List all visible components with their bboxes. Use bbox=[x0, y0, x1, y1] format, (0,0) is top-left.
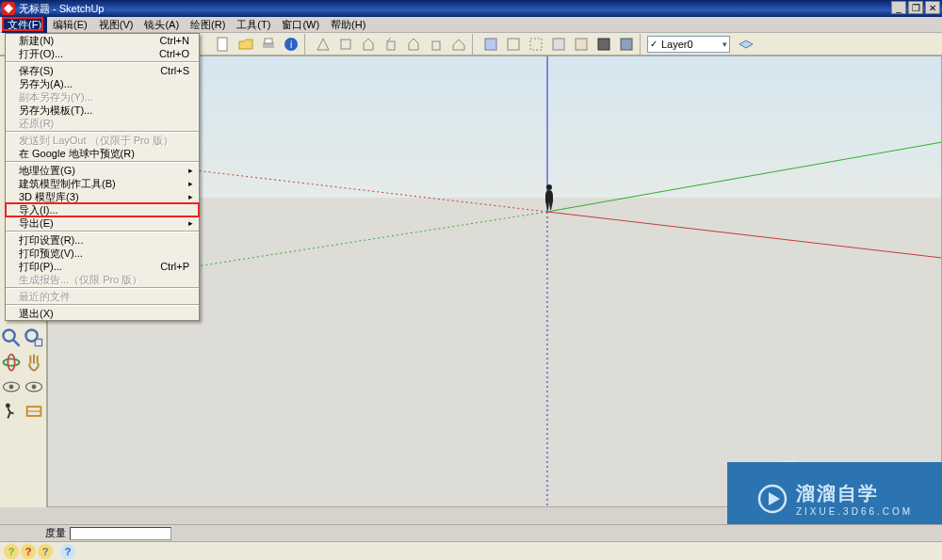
title-bar: 无标题 - SketchUp _ ❐ ✕ bbox=[0, 0, 942, 17]
file-export[interactable]: 导出(E)▸ bbox=[6, 216, 199, 230]
layer-current-label: Layer0 bbox=[661, 39, 693, 50]
file-import[interactable]: 导入(I)... bbox=[6, 203, 199, 216]
file-menu-dropdown[interactable]: 新建(N)Ctrl+N 打开(O)...Ctrl+O 保存(S)Ctrl+S 另… bbox=[5, 33, 200, 321]
walk-tool-icon[interactable] bbox=[1, 400, 22, 423]
svg-rect-16 bbox=[530, 39, 542, 50]
file-save-template[interactable]: 另存为模板(T)... bbox=[6, 104, 199, 117]
toolbar-sep-3 bbox=[640, 34, 645, 55]
style-tex-icon[interactable] bbox=[616, 34, 637, 55]
svg-line-39 bbox=[547, 212, 941, 264]
file-geo[interactable]: 地理位置(G)▸ bbox=[6, 164, 199, 177]
style-hidden-icon[interactable] bbox=[526, 34, 546, 55]
file-print-setup[interactable]: 打印设置(R)... bbox=[6, 233, 199, 247]
menu-window[interactable]: 窗口(W) bbox=[276, 17, 325, 33]
minimize-button[interactable]: _ bbox=[891, 1, 906, 14]
toolbar-sep-1 bbox=[304, 34, 310, 55]
watermark-title: 溜溜自学 bbox=[796, 481, 913, 506]
svg-line-40 bbox=[171, 168, 547, 212]
orbit-icon[interactable] bbox=[1, 351, 22, 374]
file-new[interactable]: 新建(N)Ctrl+N bbox=[6, 34, 199, 47]
window-title: 无标题 - SketchUp bbox=[19, 2, 104, 16]
svg-line-38 bbox=[142, 212, 547, 275]
open-file-icon[interactable] bbox=[236, 34, 256, 55]
measure-input[interactable] bbox=[70, 527, 171, 540]
info-icon[interactable]: i bbox=[281, 34, 301, 55]
help-icon-4[interactable]: ? bbox=[60, 544, 75, 559]
svg-point-31 bbox=[32, 385, 37, 390]
menu-edit[interactable]: 编辑(E) bbox=[47, 17, 93, 33]
help-icon-1[interactable]: ? bbox=[4, 544, 19, 559]
menu-draw[interactable]: 绘图(R) bbox=[185, 17, 231, 33]
house-left-icon[interactable] bbox=[426, 34, 447, 55]
watermark-logo-icon bbox=[756, 483, 788, 515]
close-button[interactable]: ✕ bbox=[925, 1, 940, 14]
measure-label: 度量 bbox=[45, 526, 66, 540]
menu-tools[interactable]: 工具(T) bbox=[231, 17, 276, 33]
svg-marker-0 bbox=[4, 4, 13, 13]
new-file-icon[interactable] bbox=[213, 34, 234, 55]
file-building-tools[interactable]: 建筑模型制作工具(B)▸ bbox=[6, 177, 199, 190]
zoom-window-icon[interactable] bbox=[24, 327, 44, 349]
menu-file[interactable]: 文件(F) bbox=[2, 17, 47, 33]
eye-walk-icon[interactable] bbox=[24, 376, 44, 398]
file-preview-ge[interactable]: 在 Google 地球中预览(R) bbox=[6, 147, 199, 160]
print-icon[interactable] bbox=[258, 34, 279, 55]
svg-rect-7 bbox=[341, 40, 350, 49]
style-shaded-icon[interactable] bbox=[548, 34, 569, 55]
file-send-layout: 发送到 LayOut （仅限于 Pro 版） bbox=[6, 134, 199, 147]
menu-view[interactable]: 视图(V) bbox=[93, 17, 139, 33]
file-save-as[interactable]: 另存为(A)... bbox=[6, 77, 199, 90]
zoom-icon[interactable] bbox=[1, 327, 22, 349]
svg-rect-18 bbox=[576, 39, 587, 50]
house-back-icon[interactable] bbox=[403, 34, 424, 55]
svg-point-22 bbox=[3, 329, 14, 341]
menu-bar[interactable]: 文件(F) 编辑(E) 视图(V) 镜头(A) 绘图(R) 工具(T) 窗口(W… bbox=[0, 17, 942, 33]
house-perspective-icon[interactable] bbox=[313, 34, 333, 55]
file-print-preview[interactable]: 打印预览(V)... bbox=[6, 247, 199, 260]
style-wire-icon[interactable] bbox=[503, 34, 524, 55]
maximize-button[interactable]: ❐ bbox=[908, 1, 923, 14]
svg-point-27 bbox=[8, 354, 14, 370]
svg-point-41 bbox=[546, 184, 552, 190]
svg-rect-20 bbox=[621, 39, 632, 50]
svg-marker-6 bbox=[317, 39, 329, 50]
menu-help[interactable]: 帮助(H) bbox=[325, 17, 371, 33]
svg-rect-1 bbox=[218, 38, 227, 51]
svg-marker-21 bbox=[739, 40, 753, 48]
watermark-url: ZIXUE.3D66.COM bbox=[796, 506, 913, 517]
section-tool-icon[interactable] bbox=[24, 400, 44, 423]
svg-point-29 bbox=[9, 385, 14, 390]
svg-rect-17 bbox=[553, 39, 564, 50]
status-bar: 度量 bbox=[0, 524, 942, 541]
scale-figure-icon bbox=[543, 184, 556, 212]
style-xray-icon[interactable] bbox=[480, 34, 501, 55]
toolbar-sep-2 bbox=[472, 34, 478, 55]
file-open[interactable]: 打开(O)...Ctrl+O bbox=[6, 47, 199, 60]
svg-marker-13 bbox=[453, 40, 464, 50]
file-exit[interactable]: 退出(X) bbox=[6, 307, 199, 320]
house-iso-icon[interactable] bbox=[448, 34, 469, 55]
house-front-icon[interactable] bbox=[358, 34, 379, 55]
svg-rect-15 bbox=[508, 39, 519, 50]
style-mono-icon[interactable] bbox=[593, 34, 614, 55]
help-icon-2[interactable]: ? bbox=[21, 544, 36, 559]
svg-rect-3 bbox=[265, 39, 272, 43]
layer-selector[interactable]: Layer0 bbox=[647, 36, 730, 53]
svg-point-32 bbox=[6, 403, 10, 408]
house-top-icon[interactable] bbox=[335, 34, 356, 55]
svg-rect-19 bbox=[598, 39, 609, 50]
file-print[interactable]: 打印(P)...Ctrl+P bbox=[6, 260, 199, 273]
svg-line-37 bbox=[547, 134, 941, 212]
eye-look-icon[interactable] bbox=[1, 376, 22, 398]
file-3dwarehouse[interactable]: 3D 模型库(3)▸ bbox=[6, 190, 199, 203]
window-controls: _ ❐ ✕ bbox=[891, 1, 940, 14]
file-recent: 最近的文件 bbox=[6, 290, 199, 303]
help-icon-3[interactable]: ? bbox=[38, 544, 53, 559]
style-shaded-tex-icon[interactable] bbox=[571, 34, 592, 55]
layer-manager-icon[interactable] bbox=[736, 34, 756, 55]
house-right-icon[interactable] bbox=[381, 34, 401, 55]
file-save[interactable]: 保存(S)Ctrl+S bbox=[6, 64, 199, 77]
pan-icon[interactable] bbox=[24, 351, 44, 374]
svg-rect-9 bbox=[387, 41, 395, 50]
menu-camera[interactable]: 镜头(A) bbox=[138, 17, 185, 33]
